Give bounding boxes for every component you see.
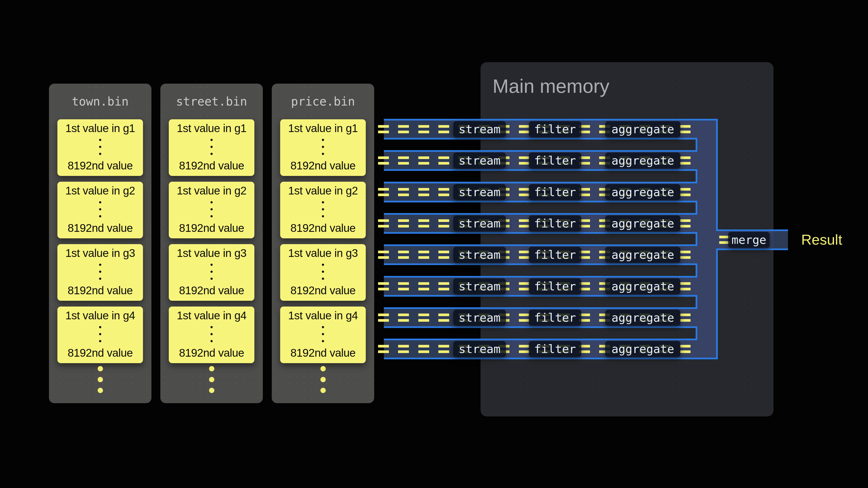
group-last-value: 8192nd value	[290, 222, 355, 234]
file-panel: price.bin 1st value in g1 8192nd value 1…	[272, 84, 374, 403]
values-ellipsis-icon	[322, 201, 324, 217]
stream-pipeline-row: stream filter aggregate	[384, 276, 718, 297]
group-first-value: 1st value in g4	[288, 309, 358, 322]
filter-operator: filter	[529, 216, 581, 231]
values-ellipsis-icon	[99, 139, 101, 155]
row-group-block: 1st value in g3 8192nd value	[57, 244, 143, 301]
aggregate-operator: aggregate	[605, 153, 680, 168]
row-group-block: 1st value in g1 8192nd value	[57, 119, 143, 176]
row-group-block: 1st value in g2 8192nd value	[57, 182, 143, 238]
values-ellipsis-icon	[322, 139, 324, 155]
values-ellipsis-icon	[99, 326, 101, 342]
stream-pipeline-row: stream filter aggregate	[384, 307, 718, 328]
stream-pipeline-row: stream filter aggregate	[384, 119, 718, 139]
group-first-value: 1st value in g4	[65, 309, 135, 322]
merge-label: merge	[732, 233, 767, 247]
file-panel: street.bin 1st value in g1 8192nd value …	[160, 84, 263, 403]
values-ellipsis-icon	[211, 201, 213, 217]
group-first-value: 1st value in g2	[288, 184, 358, 197]
filter-operator: filter	[529, 121, 581, 137]
stream-operator: stream	[453, 184, 506, 200]
row-connector	[695, 169, 697, 184]
row-group-block: 1st value in g4 8192nd value	[57, 306, 143, 363]
group-last-value: 8192nd value	[290, 346, 355, 359]
row-group-block: 1st value in g2 8192nd value	[280, 182, 366, 238]
row-group-block: 1st value in g4 8192nd value	[169, 306, 254, 363]
row-connector	[695, 295, 697, 309]
row-group-block: 1st value in g1 8192nd value	[280, 119, 366, 176]
group-first-value: 1st value in g1	[288, 122, 358, 135]
result-label: Result	[801, 229, 842, 250]
values-ellipsis-icon	[322, 264, 324, 280]
values-ellipsis-icon	[211, 139, 213, 155]
more-groups-ellipsis-icon	[98, 366, 103, 393]
aggregate-operator: aggregate	[605, 247, 680, 263]
row-group-block: 1st value in g4 8192nd value	[280, 306, 366, 363]
values-ellipsis-icon	[99, 264, 101, 280]
group-last-value: 8192nd value	[179, 346, 244, 359]
merge-branch: merge	[716, 229, 788, 250]
more-groups-ellipsis-icon	[320, 366, 326, 393]
stream-operator: stream	[453, 247, 506, 263]
aggregate-operator: aggregate	[605, 216, 680, 231]
values-ellipsis-icon	[211, 264, 213, 280]
group-first-value: 1st value in g1	[177, 122, 246, 135]
group-first-value: 1st value in g1	[65, 122, 135, 135]
group-last-value: 8192nd value	[290, 159, 355, 172]
group-last-value: 8192nd value	[179, 284, 244, 297]
file-name: town.bin	[49, 84, 151, 119]
filter-operator: filter	[529, 247, 581, 263]
row-group-block: 1st value in g2 8192nd value	[169, 182, 254, 238]
file-name: price.bin	[272, 84, 374, 119]
diagram-canvas: Main memory town.bin 1st value in g1 819…	[0, 0, 868, 488]
row-connector	[695, 201, 697, 215]
values-ellipsis-icon	[211, 326, 213, 342]
group-first-value: 1st value in g2	[65, 184, 135, 197]
filter-operator: filter	[529, 341, 581, 357]
file-panel: town.bin 1st value in g1 8192nd value 1s…	[49, 84, 151, 403]
stream-pipeline-row: stream filter aggregate	[384, 338, 718, 359]
stream-pipeline-row: stream filter aggregate	[384, 150, 718, 171]
row-connector	[695, 138, 697, 152]
stream-operator: stream	[453, 121, 506, 137]
file-name: street.bin	[160, 84, 263, 119]
stream-pipeline-row: stream filter aggregate	[384, 182, 718, 202]
aggregate-operator: aggregate	[605, 341, 680, 357]
group-first-value: 1st value in g3	[177, 247, 246, 260]
merge-operator: merge	[728, 232, 770, 248]
group-last-value: 8192nd value	[179, 222, 244, 234]
aggregate-operator: aggregate	[605, 121, 680, 137]
group-first-value: 1st value in g2	[177, 184, 246, 197]
stream-operator: stream	[453, 310, 506, 326]
group-last-value: 8192nd value	[67, 284, 133, 297]
group-first-value: 1st value in g4	[177, 309, 246, 322]
stream-pipeline-row: stream filter aggregate	[384, 213, 718, 234]
row-connector	[695, 263, 697, 278]
group-last-value: 8192nd value	[67, 222, 133, 234]
row-connector	[695, 232, 697, 246]
merge-rail	[697, 121, 718, 358]
stream-operator: stream	[453, 341, 506, 357]
aggregate-operator: aggregate	[605, 278, 680, 294]
row-group-block: 1st value in g3 8192nd value	[280, 244, 366, 301]
group-last-value: 8192nd value	[179, 159, 244, 172]
row-group-block: 1st value in g3 8192nd value	[169, 244, 254, 301]
group-first-value: 1st value in g3	[288, 247, 358, 260]
aggregate-operator: aggregate	[605, 310, 680, 326]
filter-operator: filter	[529, 278, 581, 294]
row-group-block: 1st value in g1 8192nd value	[169, 119, 254, 176]
stream-operator: stream	[453, 216, 506, 231]
aggregate-operator: aggregate	[605, 184, 680, 200]
stream-operator: stream	[453, 278, 506, 294]
group-last-value: 8192nd value	[67, 159, 133, 172]
stream-operator: stream	[453, 153, 506, 168]
more-groups-ellipsis-icon	[209, 366, 214, 393]
row-connector	[695, 326, 697, 340]
filter-operator: filter	[529, 310, 581, 326]
main-memory-title: Main memory	[493, 75, 610, 98]
filter-operator: filter	[529, 184, 581, 200]
values-ellipsis-icon	[99, 201, 101, 217]
values-ellipsis-icon	[322, 326, 324, 342]
filter-operator: filter	[529, 153, 581, 168]
group-last-value: 8192nd value	[67, 346, 133, 359]
